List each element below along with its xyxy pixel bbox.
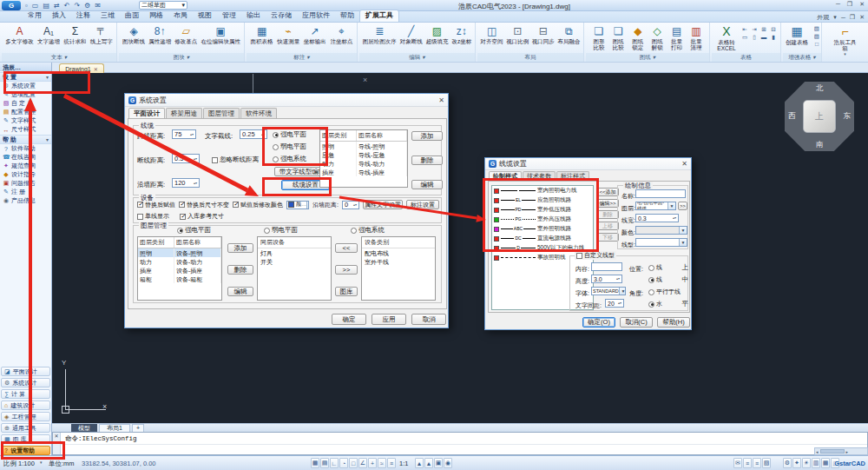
sidebar-item[interactable]: 帮 助 ▾ bbox=[0, 135, 51, 144]
ribbon-tab[interactable]: 插入 bbox=[47, 10, 71, 22]
dimension-settings-button[interactable]: 标注设置 bbox=[406, 200, 439, 209]
ribbon-mini-icon[interactable]: ⇥ bbox=[750, 26, 759, 33]
custom-linetype-checkbox[interactable]: 自定义线型 bbox=[575, 251, 616, 260]
module-nav-item[interactable]: ⊕ 通用工具 bbox=[1, 423, 50, 433]
spinner-icon[interactable]: ▴▾ bbox=[673, 216, 676, 220]
ribbon-tab[interactable]: 帮助 bbox=[335, 10, 359, 22]
transfer-button[interactable]: >> bbox=[335, 265, 358, 275]
ribbon-tab[interactable]: 三维 bbox=[95, 10, 120, 22]
ribbon-button-toolbox[interactable]: ⌐浩辰工具箱▾ bbox=[832, 24, 858, 56]
ribbon-button[interactable]: ▥批量清理 bbox=[690, 24, 703, 50]
quick-access-icon[interactable]: ✉ bbox=[95, 2, 101, 10]
color-select[interactable]: 颜…▼ bbox=[286, 201, 309, 209]
ribbon-button[interactable]: ⊡视口比例 bbox=[506, 24, 529, 44]
scroll-left-icon[interactable]: ◂ bbox=[816, 449, 819, 454]
status-toggle-icon[interactable]: ∠ bbox=[358, 458, 367, 468]
status-toggle-icon[interactable]: ◉ bbox=[444, 458, 452, 468]
quick-access-icon[interactable]: ▫ bbox=[25, 2, 28, 10]
ribbon-button[interactable]: 〒线上写字 bbox=[90, 24, 113, 44]
spinner-icon[interactable]: ▴▾ bbox=[618, 301, 621, 305]
sidebar-item[interactable]: ✎ 注 册 ▾ bbox=[0, 188, 51, 196]
status-tray-icon[interactable]: ≡ bbox=[743, 458, 752, 468]
ribbon-mini-icon[interactable]: ▯ bbox=[750, 34, 759, 41]
dialog-footer-button[interactable]: 取消 bbox=[411, 314, 446, 325]
dialog-title-bar[interactable]: G 线缆设置 ✕ bbox=[485, 158, 691, 170]
cross-distance-input[interactable]: 75▴▾ bbox=[172, 129, 196, 139]
device-checkbox[interactable]: 入库参考尺寸 bbox=[180, 212, 224, 221]
ribbon-button[interactable]: ◆图纸锁定 bbox=[631, 24, 644, 50]
list-action-button[interactable]: 编辑 bbox=[411, 180, 443, 189]
status-toggle-icon[interactable]: ▲ bbox=[424, 458, 433, 468]
close-icon[interactable]: ✕ bbox=[681, 160, 687, 168]
status-toggle-icon[interactable]: □ bbox=[349, 458, 358, 468]
ribbon-button[interactable]: ↗坐标输出 bbox=[304, 24, 326, 44]
ribbon-group-label[interactable]: 编辑▾ bbox=[359, 53, 475, 62]
quick-access-icon[interactable]: ⇄ bbox=[54, 2, 60, 10]
ribbon-mini-icon[interactable]: ⊞ bbox=[760, 26, 768, 33]
transfer-button[interactable]: 图库 bbox=[335, 287, 358, 296]
ribbon-button[interactable]: A多文字修改 bbox=[5, 24, 34, 44]
ribbon-group-label[interactable]: 标注▾ bbox=[247, 53, 357, 62]
sidebar-item[interactable]: ◆ 设计指导 ▾ bbox=[0, 170, 51, 179]
appearance-label[interactable]: 外观 bbox=[817, 13, 829, 22]
status-tray-icon[interactable]: ≡ bbox=[753, 458, 761, 468]
view-cube-north[interactable]: 北 bbox=[816, 83, 824, 94]
list-action-button[interactable]: 编辑 bbox=[227, 287, 253, 296]
minimize-icon[interactable]: ─ bbox=[841, 15, 845, 21]
workspace-select[interactable]: 二维草图▾ bbox=[139, 1, 187, 10]
app-logo-icon[interactable]: G bbox=[2, 1, 21, 10]
status-tray-icon[interactable]: ⚙ bbox=[783, 458, 792, 468]
sidebar-item[interactable]: ▣ 问题报告 ▾ bbox=[0, 179, 51, 188]
module-nav-item[interactable]: ∑ 计 算 bbox=[1, 389, 50, 399]
quick-access-icon[interactable]: ▤ bbox=[43, 2, 49, 10]
quick-access-icon[interactable]: ↷ bbox=[74, 2, 80, 10]
sidebar-item[interactable]: ↔ 尺寸样式 ▾ bbox=[0, 125, 51, 134]
table-row[interactable]: 动力导线-动力 bbox=[320, 159, 407, 168]
spinner-icon[interactable]: ▴▾ bbox=[190, 133, 194, 136]
ribbon-mini-icon[interactable]: ▮ bbox=[769, 34, 778, 41]
text-spacing-input[interactable]: 20▴▾ bbox=[605, 299, 624, 308]
list-action-button[interactable]: 删除 bbox=[411, 156, 443, 165]
list-item[interactable]: 室外干线 bbox=[362, 257, 435, 266]
layer-more-button[interactable]: >> bbox=[678, 202, 687, 210]
ribbon-button[interactable]: A₁文字递增 bbox=[37, 24, 60, 44]
list-action-button[interactable]: 删除 bbox=[596, 210, 619, 219]
ribbon-tab[interactable]: 网格 bbox=[144, 10, 168, 22]
device-checkbox[interactable]: 替换后尺寸不变 bbox=[179, 201, 229, 209]
scroll-right-icon[interactable]: ▸ bbox=[846, 449, 849, 454]
ribbon-button[interactable]: ❏图纸比较 bbox=[612, 24, 625, 50]
ribbon-button[interactable]: ❏图形比较 bbox=[592, 24, 605, 50]
status-toggle-icon[interactable]: ▣ bbox=[434, 458, 443, 468]
status-tray-icon[interactable]: ☀ bbox=[802, 458, 811, 468]
list-action-button[interactable]: 上移 bbox=[596, 222, 619, 230]
status-toggle-icon[interactable]: ◔ bbox=[339, 458, 348, 468]
ribbon-tab[interactable]: 扩展工具 bbox=[359, 10, 399, 22]
view-cube-south[interactable]: 南 bbox=[816, 140, 824, 150]
ribbon-tab[interactable]: 应用软件 bbox=[297, 10, 335, 22]
status-toggle-icon[interactable]: + bbox=[368, 458, 377, 468]
module-nav-item[interactable]: ⌂ 建筑设计 bbox=[1, 400, 50, 410]
ribbon-group-label[interactable]: 布局 bbox=[477, 53, 583, 62]
height-input[interactable]: 3.0▴▾ bbox=[591, 275, 622, 283]
ribbon-tab[interactable]: 常用 bbox=[23, 10, 47, 22]
table-row[interactable]: 照明导线-照明 bbox=[320, 142, 407, 150]
ribbon-button[interactable]: Σ统计求和 bbox=[63, 24, 86, 44]
status-toggle-icon[interactable]: ≈ bbox=[378, 458, 386, 468]
sidebar-item[interactable]: ▤ 配置管理 ▾ bbox=[0, 108, 51, 116]
device-checkbox[interactable]: 替换后赋值 bbox=[137, 201, 175, 209]
ribbon-button[interactable]: X表格转EXCEL bbox=[713, 24, 740, 51]
radio-option[interactable]: 强电平面 bbox=[177, 226, 264, 235]
attribute-text-button[interactable]: 属性文字设置 bbox=[363, 200, 403, 209]
content-input[interactable] bbox=[591, 262, 622, 271]
layer-select[interactable]: 电-强电平面-线缆▼ bbox=[635, 202, 676, 210]
module-nav-item[interactable]: ◈ 工程管理 bbox=[1, 412, 50, 421]
dialog-footer-button[interactable]: 帮助(H) bbox=[657, 317, 690, 328]
status-tray-icon[interactable]: ✦ bbox=[792, 458, 801, 468]
close-icon[interactable]: ✕ bbox=[859, 14, 865, 21]
command-prompt[interactable]: 命令:IElecSysConfig bbox=[65, 434, 137, 443]
ribbon-button[interactable]: 8↑属性递增 bbox=[148, 24, 171, 44]
chevron-down-icon[interactable]: ▾ bbox=[833, 14, 837, 21]
status-toggle-icon[interactable]: ▲ bbox=[415, 458, 424, 468]
cable-name-input[interactable] bbox=[635, 189, 686, 198]
list-item[interactable]: 灯具 bbox=[258, 248, 331, 257]
